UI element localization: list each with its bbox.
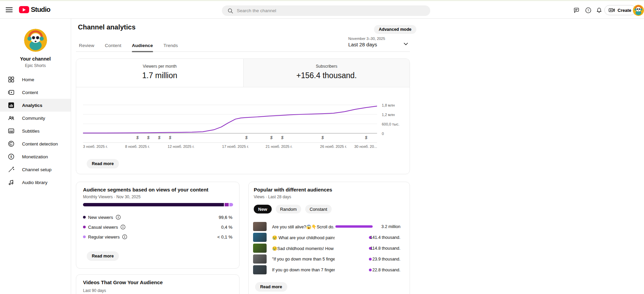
menu-icon[interactable] — [6, 7, 13, 12]
video-publish-marker[interactable]: $ — [158, 135, 161, 140]
sidebar-item-community[interactable]: Community — [0, 112, 71, 125]
x-tick-label: 8 нояб. 2025 г. — [125, 144, 150, 149]
sidebar-item-channel-setup[interactable]: Channel setup — [0, 163, 71, 176]
video-publish-marker[interactable]: $ — [365, 135, 368, 140]
sidebar-item-label: Monetization — [22, 154, 48, 159]
x-tick-label: 21 нояб. 2025 г. — [266, 144, 292, 149]
legend-row-new-viewers: New viewers99,6 % — [83, 213, 232, 221]
segment-regular-viewers — [229, 203, 233, 206]
svg-text:$: $ — [10, 155, 12, 158]
x-tick-label: 3 нояб. 2025 г. — [83, 144, 108, 149]
chart-video-markers: $$$$$$$$$ — [83, 135, 377, 141]
chart-x-axis-labels: 3 нояб. 2025 г.8 нояб. 2025 г.12 нояб. 2… — [83, 144, 377, 149]
notifications-icon[interactable] — [596, 7, 603, 14]
youtube-studio-logo[interactable]: Studio — [19, 6, 50, 14]
date-range-picker[interactable]: November 3–30, 2025 Last 28 days — [348, 37, 410, 49]
x-tick-label: 26 нояб. 2025 г. — [320, 144, 347, 149]
sidebar-item-subtitles[interactable]: Subtitles — [0, 125, 71, 137]
views-value: 114.8 thousand. — [370, 246, 400, 251]
viewers-chart-card: Viewers per month 1.7 million Subscriber… — [76, 59, 410, 174]
sidebar-item-audio-library[interactable]: Audio library — [0, 176, 71, 189]
viewers-line-chart — [83, 103, 377, 135]
popular-video-list: Are you still alive?😱👇Scroll do...3.2 mi… — [249, 222, 410, 276]
segments-read-more-button[interactable]: Read more — [87, 251, 119, 261]
sidebar-item-content-detection[interactable]: Content detection — [0, 137, 71, 150]
video-row[interactable]: 😢 What are your childhood pains...141.4 … — [249, 233, 410, 242]
content-icon — [7, 89, 15, 96]
audience-chip-constant[interactable]: Constant — [305, 205, 332, 213]
info-icon[interactable] — [122, 234, 127, 240]
views-value: 22.8 thousand. — [372, 268, 400, 272]
sidebar-item-monetization[interactable]: $Monetization — [0, 150, 71, 163]
video-publish-marker[interactable]: $ — [321, 135, 324, 140]
main-content: Channel analytics ReviewContentAudienceT… — [71, 19, 644, 294]
video-thumbnail — [253, 244, 267, 253]
home-icon — [7, 76, 15, 83]
tab-audience[interactable]: Audience — [132, 43, 153, 52]
info-icon[interactable] — [120, 224, 126, 230]
x-tick-label: 12 нояб. 2025 г. — [168, 144, 194, 149]
video-thumbnail — [253, 233, 267, 242]
legend-value: 99,6 % — [219, 215, 232, 220]
video-row[interactable]: If you go down more than 7 finger...22.8… — [249, 265, 410, 274]
metric-label: Subscribers — [244, 64, 410, 69]
tab-trends[interactable]: Trends — [164, 43, 178, 52]
sidebar-item-analytics[interactable]: Analytics — [0, 99, 71, 112]
y-tick-label: 600,0 тыс. — [382, 122, 399, 126]
advanced-mode-button[interactable]: Advanced mode — [374, 25, 416, 34]
legend-row-casual-viewers: Casual viewers0,4 % — [83, 223, 232, 231]
metric-tab-viewers[interactable]: Viewers per month 1.7 million — [76, 59, 243, 87]
legend-label: New viewers — [88, 215, 113, 220]
tab-divider — [76, 51, 410, 52]
studio-sidebar: Your channel Epic Shorts HomeContentAnal… — [0, 19, 71, 294]
sidebar-item-home[interactable]: Home — [0, 73, 71, 86]
analytics-tabs: ReviewContentAudienceTrends — [79, 43, 188, 52]
analytics-icon — [7, 101, 15, 109]
views-dot — [369, 269, 372, 271]
x-tick-label: 17 нояб. 2025 г. — [222, 144, 249, 149]
sidebar-item-label: Community — [22, 116, 45, 121]
segment-new-viewers — [83, 203, 224, 206]
views-value: 141.4 thousand. — [370, 235, 400, 240]
metric-value: +156.4 thousand. — [244, 71, 410, 80]
feedback-icon[interactable] — [573, 7, 580, 14]
video-thumbnail — [253, 265, 267, 274]
account-avatar[interactable] — [633, 5, 644, 16]
video-row[interactable]: Are you still alive?😱👇Scroll do...3.2 mi… — [249, 222, 410, 231]
sidebar-item-label: Channel setup — [22, 167, 51, 172]
segments-card-title: Audience segments based on views of your… — [83, 187, 208, 193]
grow-card-subtitle: Last 90 days — [83, 288, 106, 293]
video-publish-marker[interactable]: $ — [169, 135, 171, 140]
chart-read-more-button[interactable]: Read more — [87, 159, 119, 168]
chart-y-axis-labels: 1,8 млн1,2 млн600,0 тыс.0 — [382, 103, 409, 135]
video-publish-marker[interactable]: $ — [136, 135, 139, 140]
search-input[interactable] — [237, 8, 413, 13]
audience-segments-card: Audience segments based on views of your… — [76, 182, 240, 269]
legend-color-dot — [83, 235, 86, 238]
info-icon[interactable] — [116, 214, 121, 220]
video-row[interactable]: 😢Sad childhood moments! How ...114.8 tho… — [249, 244, 410, 253]
video-row[interactable]: "If you go down more than 5 finge...23.9… — [249, 254, 410, 264]
metric-tab-subscribers[interactable]: Subscribers +156.4 thousand. — [243, 59, 410, 87]
video-publish-marker[interactable]: $ — [147, 135, 150, 140]
tab-content[interactable]: Content — [105, 43, 121, 52]
video-publish-marker[interactable]: $ — [281, 135, 284, 140]
audience-chip-new[interactable]: New — [254, 205, 272, 213]
channel-info: Your channel Epic Shorts — [0, 19, 71, 68]
sidebar-item-content[interactable]: Content — [0, 86, 71, 99]
popular-read-more-button[interactable]: Read more — [255, 282, 287, 292]
create-button-label: Create — [618, 8, 631, 13]
video-publish-marker[interactable]: $ — [245, 135, 248, 140]
audience-chip-random[interactable]: Random — [276, 205, 301, 213]
monetization-icon: $ — [7, 153, 15, 160]
legend-row-regular-viewers: Regular viewers< 0,1 % — [83, 233, 232, 241]
video-title: "If you go down more than 5 finge... — [272, 257, 335, 262]
create-button[interactable]: Create — [604, 5, 636, 15]
sidebar-menu: HomeContentAnalyticsCommunitySubtitlesCo… — [0, 73, 71, 189]
help-icon[interactable]: ? — [585, 7, 592, 14]
sidebar-item-label: Content detection — [22, 141, 58, 146]
tab-review[interactable]: Review — [79, 43, 94, 52]
video-publish-marker[interactable]: $ — [270, 135, 273, 140]
x-tick-label: 30 нояб. 20... — [354, 144, 377, 149]
channel-setup-icon — [7, 166, 15, 173]
